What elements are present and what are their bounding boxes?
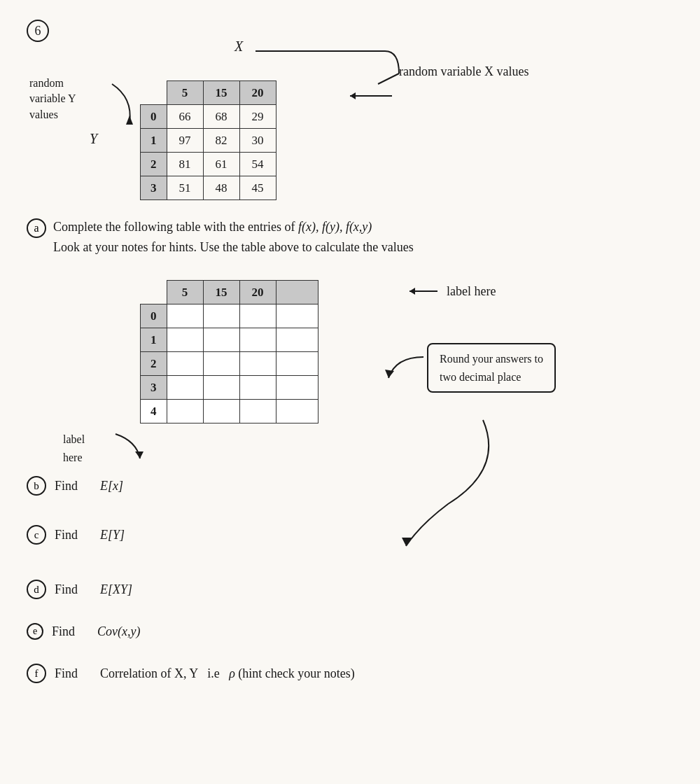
part-e: e Find Cov(x,y) <box>27 622 140 642</box>
label-right-arrow <box>406 284 441 298</box>
cell-0-15: 68 <box>203 105 239 129</box>
part-b-find: Find <box>55 476 78 496</box>
part-c-circle: c <box>27 525 46 545</box>
part-b-circle: b <box>27 476 46 496</box>
ans-cell-2-extra <box>276 352 318 376</box>
ans-cell-3-20 <box>239 376 276 400</box>
ans-cell-3-15 <box>203 376 239 400</box>
row-index-1: 1 <box>141 129 167 153</box>
part-b: b Find E[x] <box>27 476 123 496</box>
ans-cell-4-extra <box>276 400 318 424</box>
x-col-5: 5 <box>167 81 203 105</box>
part-d-circle: d <box>27 580 46 599</box>
ans-cell-1-15 <box>203 328 239 352</box>
ans-cell-3-5 <box>167 376 203 400</box>
svg-marker-2 <box>126 115 133 125</box>
part-a-text2: Look at your notes for hints. Use the ta… <box>53 237 414 258</box>
label-bottom-arrow <box>108 427 150 462</box>
row-index-2: 2 <box>141 153 167 176</box>
part-c-math: E[Y] <box>100 525 125 545</box>
right-arrow-svg <box>343 85 399 106</box>
cell-3-15: 48 <box>203 176 239 200</box>
ans-cell-4-15 <box>203 400 239 424</box>
label-here-right: label here <box>406 281 496 302</box>
ans-cell-2-20 <box>239 352 276 376</box>
ans-cell-0-5 <box>167 304 203 328</box>
big-curve-arrow <box>392 413 518 553</box>
y-variable-label: randomvariable Yvalues <box>29 76 76 122</box>
part-e-math: Cov(x,y) <box>97 622 140 642</box>
ans-cell-2-15 <box>203 352 239 376</box>
cell-1-15: 82 <box>203 129 239 153</box>
y-label: Y <box>90 127 97 150</box>
cell-3-20: 45 <box>239 176 276 200</box>
part-f-math: Correlation of X, Y i.e ρ (hint check yo… <box>100 664 355 684</box>
part-b-math: E[x] <box>100 476 123 496</box>
top-data-table: 5 15 20 0 66 68 29 1 97 82 30 2 81 61 54 <box>140 80 276 200</box>
ans-cell-1-extra <box>276 328 318 352</box>
part-f-circle: f <box>27 664 46 683</box>
part-d: d Find E[XY] <box>27 580 132 600</box>
ans-row-2: 2 <box>141 352 167 376</box>
ans-cell-3-extra <box>276 376 318 400</box>
y-arrow-svg <box>91 77 147 133</box>
ans-cell-4-20 <box>239 400 276 424</box>
x-variable-label: random variable X values <box>399 62 528 82</box>
cell-2-5: 81 <box>167 153 203 176</box>
ans-x-col-20: 20 <box>239 281 276 304</box>
part-c-find: Find <box>55 525 78 545</box>
cell-2-15: 61 <box>203 153 239 176</box>
svg-marker-7 <box>135 451 144 458</box>
cell-0-5: 66 <box>167 105 203 129</box>
part-c: c Find E[Y] <box>27 525 125 545</box>
label-here-bottom: labelhere <box>63 430 85 466</box>
part-d-find: Find <box>55 580 78 600</box>
cell-0-20: 29 <box>239 105 276 129</box>
part-a-circle: a <box>27 218 46 238</box>
ans-cell-0-15 <box>203 304 239 328</box>
ans-x-col-15: 15 <box>203 281 239 304</box>
answer-table-container: 5 15 20 0 1 2 <box>140 280 318 424</box>
ans-cell-2-5 <box>167 352 203 376</box>
ans-cell-0-20 <box>239 304 276 328</box>
ans-row-4: 4 <box>141 400 167 424</box>
x-col-15: 15 <box>203 81 239 105</box>
svg-line-1 <box>378 74 399 84</box>
cell-1-20: 30 <box>239 129 276 153</box>
cell-1-5: 97 <box>167 129 203 153</box>
round-note-arrow <box>382 350 430 406</box>
cell-3-5: 51 <box>167 176 203 200</box>
part-a: a Complete the following table with the … <box>27 217 414 258</box>
part-f-find: Find <box>55 664 78 684</box>
round-note: Round your answers totwo decimal place <box>427 343 556 393</box>
x-col-20: 20 <box>239 81 276 105</box>
page: 6 randomvariable Yvalues Y random variab… <box>0 0 700 784</box>
part-f: f Find Correlation of X, Y i.e ρ (hint c… <box>27 664 355 684</box>
ans-cell-1-5 <box>167 328 203 352</box>
part-a-text1: Complete the following table with the en… <box>53 217 414 237</box>
cell-2-20: 54 <box>239 153 276 176</box>
problem-number: 6 <box>27 20 49 42</box>
ans-cell-0-extra <box>276 304 318 328</box>
ans-row-1: 1 <box>141 328 167 352</box>
ans-row-3: 3 <box>141 376 167 400</box>
svg-marker-4 <box>350 92 356 99</box>
ans-cell-1-20 <box>239 328 276 352</box>
ans-cell-4-5 <box>167 400 203 424</box>
part-d-math: E[XY] <box>100 580 132 600</box>
ans-row-0: 0 <box>141 304 167 328</box>
part-e-circle: e <box>27 623 43 640</box>
row-index-3: 3 <box>141 176 167 200</box>
x-label-top: X <box>234 35 243 57</box>
svg-marker-9 <box>402 538 412 546</box>
ans-x-col-extra <box>276 281 318 304</box>
ans-x-col-5: 5 <box>167 281 203 304</box>
row-index-0: 0 <box>141 105 167 129</box>
label-here-right-text: label here <box>447 281 496 302</box>
round-note-text: Round your answers totwo decimal place <box>440 353 543 383</box>
svg-marker-6 <box>410 288 415 295</box>
part-e-find: Find <box>52 622 75 642</box>
